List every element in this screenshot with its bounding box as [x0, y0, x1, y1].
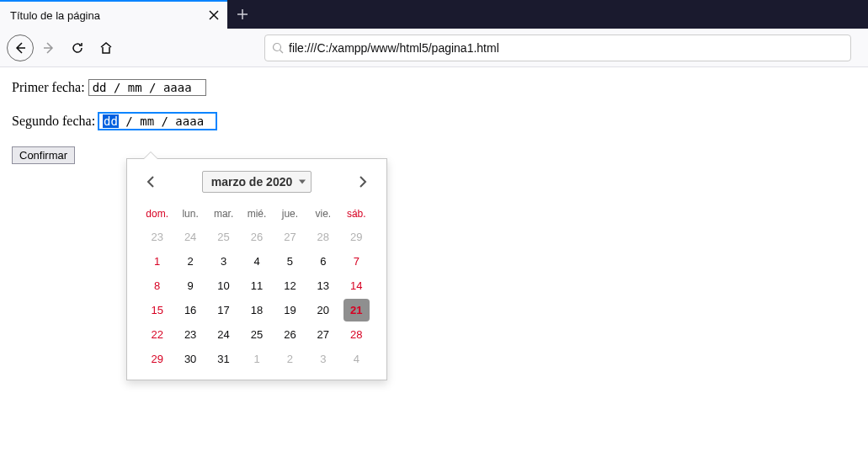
calendar-day[interactable]: 11	[240, 274, 273, 298]
day-of-week-header: jue.	[274, 203, 306, 225]
calendar-day[interactable]: 1	[141, 249, 173, 274]
calendar-day[interactable]: 31	[207, 347, 240, 371]
month-year-select[interactable]: marzo de 2020	[202, 171, 312, 193]
day-of-week-header: mar.	[207, 203, 240, 225]
calendar-day[interactable]: 28	[340, 322, 373, 347]
calendar-day[interactable]: 19	[274, 298, 306, 322]
calendar-day[interactable]: 30	[173, 347, 206, 371]
calendar-day[interactable]: 24	[173, 225, 206, 249]
confirmar-button[interactable]: Confirmar	[12, 146, 75, 164]
calendar-day[interactable]: 23	[141, 225, 173, 249]
back-button[interactable]	[7, 35, 34, 61]
close-icon[interactable]	[207, 8, 221, 22]
calendar-day[interactable]: 13	[306, 274, 339, 298]
calendar-day[interactable]: 26	[274, 322, 306, 347]
calendar-day[interactable]: 25	[240, 322, 273, 347]
dd-segment[interactable]: dd	[103, 114, 119, 128]
calendar-day[interactable]: 8	[141, 274, 173, 298]
calendar-day[interactable]: 4	[240, 249, 273, 274]
calendar-day[interactable]: 27	[274, 225, 306, 249]
calendar-day[interactable]: 24	[207, 322, 240, 347]
prev-month-button[interactable]	[141, 172, 161, 192]
home-button[interactable]	[93, 35, 120, 61]
tab-title: Título de la página	[10, 9, 207, 22]
day-of-week-header: mié.	[240, 203, 273, 225]
day-of-week-header: sáb.	[340, 203, 373, 225]
calendar-day[interactable]: 26	[240, 225, 273, 249]
field-row-2: Segundo fecha: dd / mm / aaaa	[12, 113, 856, 130]
calendar-day[interactable]: 21	[343, 299, 370, 321]
calendar-day[interactable]: 14	[340, 274, 373, 298]
calendar-day[interactable]: 9	[173, 274, 206, 298]
datepicker-popup: marzo de 2020 dom.lun.mar.mié.jue.vie.sá…	[126, 158, 387, 380]
new-tab-button[interactable]	[227, 0, 258, 29]
calendar-day[interactable]: 3	[207, 249, 240, 274]
label-segundo-fecha: Segundo fecha:	[12, 114, 95, 128]
rest-segment[interactable]: / mm / aaaa	[119, 114, 204, 128]
calendar-day[interactable]: 12	[274, 274, 306, 298]
forward-button	[35, 35, 62, 61]
calendar-day[interactable]: 29	[340, 225, 373, 249]
browser-tab[interactable]: Título de la página	[0, 0, 227, 29]
day-of-week-header: vie.	[306, 203, 339, 225]
calendar-day[interactable]: 6	[306, 249, 339, 274]
url-text: file:///C:/xampp/www/html5/pagina1.html	[289, 41, 499, 55]
calendar-day[interactable]: 16	[173, 298, 206, 322]
calendar-day[interactable]: 5	[274, 249, 306, 274]
calendar-day[interactable]: 2	[274, 347, 306, 371]
calendar-day[interactable]: 17	[207, 298, 240, 322]
titlebar: Título de la página	[0, 0, 868, 29]
segundo-fecha-input[interactable]: dd / mm / aaaa	[99, 113, 216, 130]
field-row-1: Primer fecha: dd / mm / aaaa	[12, 79, 856, 96]
toolbar: file:///C:/xampp/www/html5/pagina1.html	[0, 29, 868, 67]
calendar-day[interactable]: 20	[306, 298, 339, 322]
calendar-day[interactable]: 25	[207, 225, 240, 249]
calendar-day[interactable]: 27	[306, 322, 339, 347]
primer-fecha-input[interactable]: dd / mm / aaaa	[88, 79, 206, 96]
calendar-grid: dom.lun.mar.mié.jue.vie.sáb.232425262728…	[141, 203, 373, 371]
calendar-day[interactable]: 3	[306, 347, 339, 371]
calendar-day[interactable]: 1	[240, 347, 273, 371]
address-bar[interactable]: file:///C:/xampp/www/html5/pagina1.html	[264, 35, 851, 61]
svg-point-0	[274, 43, 281, 50]
calendar-day[interactable]: 29	[141, 347, 173, 371]
reload-button[interactable]	[64, 35, 91, 61]
calendar-day[interactable]: 22	[141, 322, 173, 347]
calendar-day[interactable]: 23	[173, 322, 206, 347]
calendar-day[interactable]: 15	[141, 298, 173, 322]
datepicker-header: marzo de 2020	[141, 171, 373, 193]
calendar-day[interactable]: 18	[240, 298, 273, 322]
next-month-button[interactable]	[353, 172, 373, 192]
calendar-day[interactable]: 4	[340, 347, 373, 371]
calendar-day[interactable]: 2	[173, 249, 206, 274]
calendar-day[interactable]: 7	[340, 249, 373, 274]
calendar-day[interactable]: 10	[207, 274, 240, 298]
label-primer-fecha: Primer fecha:	[12, 80, 85, 94]
day-of-week-header: lun.	[173, 203, 206, 225]
calendar-day[interactable]: 28	[306, 225, 339, 249]
search-icon	[272, 42, 284, 54]
day-of-week-header: dom.	[141, 203, 173, 225]
